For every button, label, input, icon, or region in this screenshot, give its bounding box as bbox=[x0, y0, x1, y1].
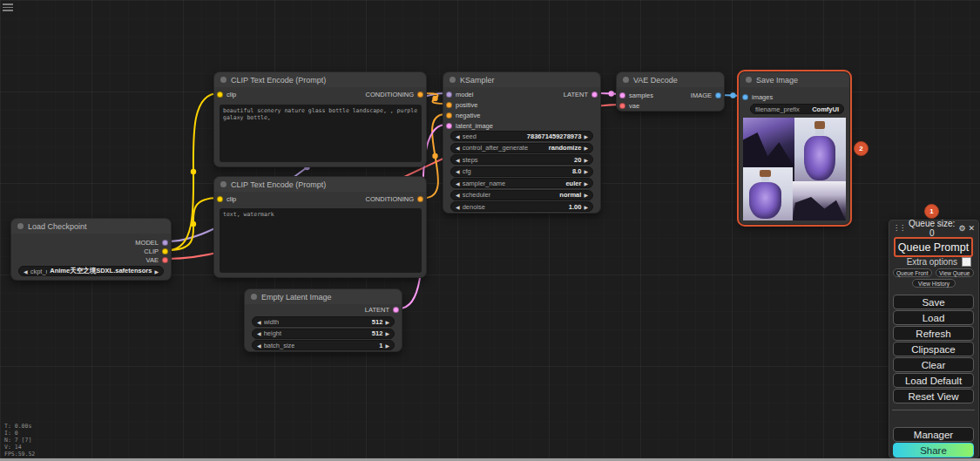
widget-increment-icon[interactable]: ▶ bbox=[584, 204, 588, 210]
node-title-bar[interactable]: KSampler bbox=[443, 72, 600, 87]
collapse-dot-icon[interactable] bbox=[17, 223, 24, 229]
denoise-widget[interactable]: ◀ denoise 1.00 ▶ bbox=[450, 201, 593, 212]
widget-increment-icon[interactable]: ▶ bbox=[584, 133, 588, 139]
node-vae-decode[interactable]: VAE Decode samples vae IMAGE bbox=[616, 71, 725, 112]
queue-prompt-button[interactable]: Queue Prompt bbox=[894, 237, 973, 257]
slot-dot-image[interactable] bbox=[715, 92, 721, 98]
batch-size-widget[interactable]: ◀ batch_size 1 ▶ bbox=[252, 340, 395, 350]
node-graph-canvas[interactable]: Load Checkpoint MODEL CLIP VAE ◀ ckpt_na… bbox=[0, 0, 980, 461]
node-clip-text-encode-negative[interactable]: CLIP Text Encode (Prompt) clip CONDITION… bbox=[213, 176, 427, 278]
comfy-menu-panel[interactable]: ⋮⋮ Queue size: 0 ⚙ ✕ Queue Prompt Extra … bbox=[889, 220, 979, 458]
ckpt-name-widget[interactable]: ◀ ckpt_namAnime天空之境SDXL.safetensors ▶ bbox=[18, 266, 164, 276]
widget-decrement-icon[interactable]: ◀ bbox=[456, 145, 460, 151]
slot-dot-conditioning[interactable] bbox=[417, 92, 423, 98]
close-icon[interactable]: ✕ bbox=[968, 225, 975, 233]
widget-increment-icon[interactable]: ▶ bbox=[584, 192, 588, 198]
node-title-bar[interactable]: VAE Decode bbox=[617, 72, 724, 87]
width-widget[interactable]: ◀ width 512 ▶ bbox=[252, 316, 395, 327]
widget-increment-icon[interactable]: ▶ bbox=[385, 342, 389, 349]
slot-dot-vae[interactable] bbox=[619, 103, 625, 109]
slot-label: samples bbox=[629, 92, 653, 99]
widget-increment-icon[interactable]: ▶ bbox=[584, 168, 588, 174]
extra-options-checkbox[interactable] bbox=[962, 257, 971, 267]
load-default-button[interactable]: Load Default bbox=[893, 373, 974, 388]
load-button[interactable]: Load bbox=[893, 310, 974, 325]
reset-view-button[interactable]: Reset View bbox=[893, 389, 974, 403]
node-save-image[interactable]: Save Image images filename_prefix ComfyU… bbox=[739, 71, 850, 225]
clipspace-button[interactable]: Clipspace bbox=[893, 342, 974, 356]
sampler-name-widget[interactable]: ◀ sampler_name euler ▶ bbox=[450, 178, 593, 188]
wire-midpoint-dot bbox=[191, 169, 196, 174]
widget-increment-icon[interactable]: ▶ bbox=[385, 319, 389, 325]
prompt-text-area[interactable]: beautiful scenery nature glass bottle la… bbox=[220, 105, 422, 162]
collapse-dot-icon[interactable] bbox=[746, 77, 752, 83]
filename-prefix-widget[interactable]: filename_prefix ComfyUI bbox=[750, 104, 844, 114]
settings-gear-icon[interactable]: ⚙ bbox=[958, 225, 965, 233]
height-widget[interactable]: ◀ height 512 ▶ bbox=[252, 329, 395, 339]
widget-increment-icon[interactable]: ▶ bbox=[584, 180, 588, 186]
collapse-dot-icon[interactable] bbox=[449, 77, 456, 83]
node-clip-text-encode-positive[interactable]: CLIP Text Encode (Prompt) clip CONDITION… bbox=[213, 71, 427, 167]
node-empty-latent-image[interactable]: Empty Latent Image LATENT ◀ width 512 ▶ … bbox=[244, 288, 402, 352]
slot-dot-vae[interactable] bbox=[162, 257, 168, 263]
refresh-button[interactable]: Refresh bbox=[893, 326, 974, 341]
hamburger-menu-icon[interactable] bbox=[3, 3, 13, 11]
widget-decrement-icon[interactable]: ◀ bbox=[257, 330, 261, 336]
seed-widget[interactable]: ◀ seed 783671459278973 ▶ bbox=[450, 131, 593, 141]
widget-value: 20 bbox=[574, 156, 581, 164]
collapse-dot-icon[interactable] bbox=[251, 294, 257, 300]
slot-dot-latent[interactable] bbox=[591, 92, 598, 98]
slot-dot-images[interactable] bbox=[742, 94, 748, 100]
cfg-widget[interactable]: ◀ cfg 8.0 ▶ bbox=[450, 166, 593, 177]
slot-dot-positive[interactable] bbox=[446, 102, 452, 108]
widget-decrement-icon[interactable]: ◀ bbox=[456, 192, 460, 198]
view-queue-button[interactable]: View Queue bbox=[936, 268, 975, 277]
node-title-bar[interactable]: CLIP Text Encode (Prompt) bbox=[214, 72, 426, 87]
widget-increment-icon[interactable]: ▶ bbox=[584, 145, 588, 151]
collapse-dot-icon[interactable] bbox=[623, 77, 629, 83]
node-load-checkpoint[interactable]: Load Checkpoint MODEL CLIP VAE ◀ ckpt_na… bbox=[10, 218, 172, 281]
queue-front-button[interactable]: Queue Front bbox=[893, 268, 932, 277]
node-title-bar[interactable]: Empty Latent Image bbox=[245, 289, 402, 304]
widget-decrement-icon[interactable]: ◀ bbox=[456, 133, 460, 139]
control-after-generate-widget[interactable]: ◀ control_after_generate randomize ▶ bbox=[450, 143, 593, 153]
widget-decrement-icon[interactable]: ◀ bbox=[456, 157, 460, 163]
save-button[interactable]: Save bbox=[893, 295, 974, 309]
widget-decrement-icon[interactable]: ◀ bbox=[257, 342, 261, 349]
node-title-bar[interactable]: CLIP Text Encode (Prompt) bbox=[214, 177, 426, 192]
widget-decrement-icon[interactable]: ◀ bbox=[257, 319, 261, 325]
widget-decrement-icon[interactable]: ◀ bbox=[456, 168, 460, 174]
collapse-dot-icon[interactable] bbox=[220, 77, 226, 83]
steps-widget[interactable]: ◀ steps 20 ▶ bbox=[450, 154, 593, 165]
view-history-button[interactable]: View History bbox=[912, 279, 956, 288]
widget-increment-icon[interactable]: ▶ bbox=[154, 268, 159, 275]
widget-decrement-icon[interactable]: ◀ bbox=[456, 180, 460, 186]
widget-increment-icon[interactable]: ▶ bbox=[584, 157, 588, 163]
widget-decrement-icon[interactable]: ◀ bbox=[456, 204, 460, 210]
slot-dot-clip[interactable] bbox=[162, 248, 168, 254]
node-title-bar[interactable]: Load Checkpoint bbox=[11, 219, 171, 234]
manager-button[interactable]: Manager bbox=[893, 427, 974, 442]
slot-dot-latent-image[interactable] bbox=[446, 123, 452, 129]
prompt-text-area[interactable]: text, watermark bbox=[220, 208, 422, 273]
widget-label: width bbox=[264, 318, 280, 326]
slot-dot-samples[interactable] bbox=[619, 92, 625, 98]
share-button[interactable]: Share bbox=[893, 443, 974, 458]
slot-dot-model[interactable] bbox=[446, 92, 452, 98]
slot-dot-conditioning[interactable] bbox=[417, 196, 423, 202]
drag-handle-icon[interactable]: ⋮⋮ bbox=[893, 225, 905, 232]
widget-value: normal bbox=[559, 191, 581, 199]
widget-increment-icon[interactable]: ▶ bbox=[385, 330, 389, 336]
preview-landscape-top-left bbox=[743, 118, 794, 167]
node-title-bar[interactable]: Save Image bbox=[740, 72, 849, 87]
collapse-dot-icon[interactable] bbox=[220, 181, 226, 187]
widget-decrement-icon[interactable]: ◀ bbox=[24, 268, 28, 275]
clear-button[interactable]: Clear bbox=[893, 357, 974, 372]
slot-dot-clip[interactable] bbox=[217, 196, 223, 202]
slot-dot-negative[interactable] bbox=[446, 112, 452, 119]
slot-dot-clip[interactable] bbox=[217, 92, 223, 98]
scheduler-widget[interactable]: ◀ scheduler normal ▶ bbox=[450, 190, 593, 200]
node-ksampler[interactable]: KSampler model positive negative latent_… bbox=[443, 71, 601, 214]
slot-dot-latent[interactable] bbox=[393, 307, 399, 313]
slot-dot-model[interactable] bbox=[162, 240, 168, 246]
